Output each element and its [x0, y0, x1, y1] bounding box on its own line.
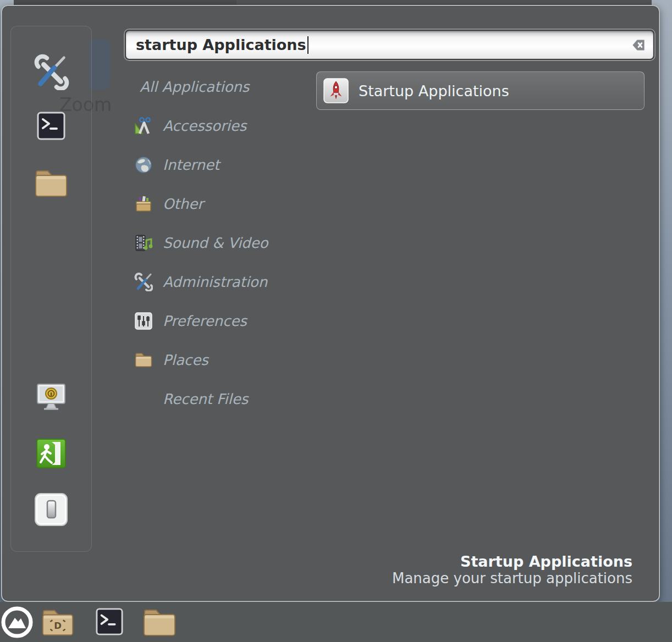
category-all-applications[interactable]: All Applications — [129, 67, 310, 106]
preferences-sliders-icon — [134, 312, 153, 330]
selection-title: Startup Applications — [392, 553, 632, 570]
folder-icon — [34, 191, 69, 201]
category-places[interactable]: Places — [129, 340, 310, 379]
category-label: Places — [163, 352, 208, 368]
internet-globe-icon — [134, 156, 153, 174]
category-preferences[interactable]: Preferences — [129, 301, 310, 340]
terminal-icon — [96, 627, 123, 638]
sound-video-icon — [134, 234, 153, 252]
favorite-shutdown[interactable] — [34, 492, 68, 527]
svg-text:D: D — [54, 621, 62, 631]
category-administration[interactable]: Administration — [129, 262, 310, 301]
text-caret — [307, 36, 309, 54]
category-recent-files[interactable]: Recent Files — [129, 379, 310, 418]
search-input[interactable]: startup Applications — [125, 30, 654, 60]
administration-tools-icon — [134, 273, 153, 291]
favorites-sidebar — [10, 26, 92, 552]
shutdown-icon — [34, 518, 68, 529]
ghost-desktop-icon — [89, 40, 110, 90]
system-tools-icon — [33, 82, 69, 92]
category-sound-video[interactable]: Sound & Video — [129, 223, 310, 262]
taskbar: D — [0, 602, 672, 642]
desktop-folder-icon: D — [41, 630, 75, 640]
category-internet[interactable]: Internet — [129, 145, 310, 184]
main-menu-popup: Zoom — [1, 5, 660, 602]
category-accessories[interactable]: Accessories — [129, 106, 310, 145]
favorite-system-tools[interactable] — [33, 54, 69, 90]
category-label: Recent Files — [163, 391, 248, 407]
result-label: Startup Applications — [359, 82, 509, 99]
favorite-terminal[interactable] — [37, 112, 65, 140]
selection-info: Startup Applications Manage your startup… — [392, 553, 632, 587]
logout-icon — [35, 461, 67, 472]
clear-search-icon[interactable] — [627, 38, 646, 52]
category-list: All Applications Accessories — [129, 67, 310, 418]
result-startup-applications[interactable]: Startup Applications — [316, 71, 645, 110]
accessories-icon — [134, 117, 153, 135]
startup-applications-icon — [323, 78, 349, 103]
taskbar-files[interactable] — [142, 607, 177, 639]
category-label: Accessories — [163, 118, 246, 134]
lock-screen-icon — [35, 406, 67, 417]
category-label: Preferences — [163, 313, 247, 329]
taskbar-desktop-folder[interactable]: D — [41, 607, 75, 638]
category-label: Administration — [163, 274, 267, 290]
folder-icon — [142, 630, 177, 641]
category-other[interactable]: Other — [129, 184, 310, 223]
category-label: Internet — [163, 157, 219, 173]
terminal-icon — [37, 132, 65, 142]
category-label: All Applications — [140, 79, 249, 95]
places-folder-icon — [134, 351, 153, 369]
taskbar-menu-button[interactable] — [1, 606, 34, 639]
toolbox-icon — [134, 195, 153, 213]
category-label: Other — [163, 196, 203, 212]
category-label: Sound & Video — [163, 235, 268, 251]
favorite-logout[interactable] — [35, 438, 67, 469]
mint-logo-icon — [1, 630, 34, 641]
selection-description: Manage your startup applications — [392, 570, 632, 587]
favorite-files[interactable] — [34, 168, 69, 199]
search-input-value: startup Applications — [136, 36, 306, 53]
taskbar-terminal[interactable] — [96, 608, 123, 635]
favorite-lock-screen[interactable] — [35, 383, 67, 414]
